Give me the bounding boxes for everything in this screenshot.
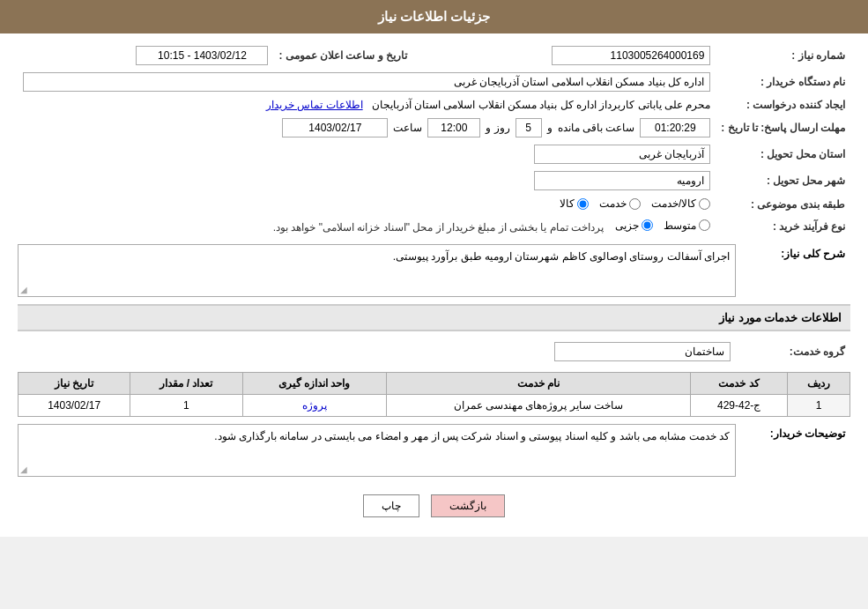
- radio-kala-input[interactable]: [577, 198, 589, 210]
- page-header: جزئیات اطلاعات نیاز: [0, 0, 868, 33]
- row-shahr: شهر محل تحویل : ارومیه: [18, 167, 850, 194]
- col-tedad: تعداد / مقدار: [130, 373, 242, 395]
- shomara-label: شماره نیاز :: [716, 42, 850, 69]
- cell-kod: ج-42-429: [691, 395, 788, 417]
- tosaif-label: توضیحات خریدار:: [736, 424, 850, 443]
- goroh-value: ساختمان: [554, 342, 731, 361]
- sharh-wrapper: اجرای آسفالت روستای اوصالوی کاظم شهرستان…: [18, 244, 736, 297]
- mohlt-mande-label: ساعت باقی مانده: [558, 122, 635, 134]
- services-tbody: 1 ج-42-429 ساخت سایر پروژه‌های مهندسی عم…: [19, 395, 850, 417]
- main-container: جزئیات اطلاعات نیاز شماره نیاز : 1103005…: [0, 0, 868, 537]
- col-vahed: واحد اندازه گیری: [242, 373, 386, 395]
- cell-nam: ساخت سایر پروژه‌های مهندسی عمران: [386, 395, 691, 417]
- main-content: شماره نیاز : 1103005264000169 تاریخ و سا…: [0, 33, 868, 537]
- radio-mottasat-input[interactable]: [699, 219, 710, 231]
- mohlt-row: 01:20:29 ساعت باقی مانده و 5 روز و 12:00…: [23, 118, 710, 137]
- cell-tedad: 1: [130, 395, 242, 417]
- row-ijad: ایجاد کننده درخواست : محرم علی یاباتی کا…: [18, 95, 850, 115]
- ijad-value: محرم علی یاباتی کاربرداز اداره کل بنیاد …: [372, 99, 711, 111]
- mohlt-label: مهلت ارسال پاسخ: تا تاریخ :: [716, 115, 850, 141]
- print-button[interactable]: چاپ: [363, 494, 419, 517]
- radio-kala: کالا: [560, 197, 589, 210]
- mohlt-roz-label: روز و: [486, 122, 509, 134]
- radio-kala-khedmat-label: کالا/خدمت: [651, 197, 696, 210]
- radio-jozee-label: جزیی: [615, 219, 639, 232]
- col-tarikh: تاریخ نیاز: [19, 373, 130, 395]
- resize-icon: ◢: [20, 285, 27, 294]
- info-table: شماره نیاز : 1103005264000169 تاریخ و سا…: [18, 42, 850, 237]
- tarikh-value: 1403/02/12 - 10:15: [136, 46, 268, 65]
- shomara-value: 1103005264000169: [552, 46, 710, 65]
- sharh-label: شرح کلی نیاز:: [736, 244, 850, 264]
- col-kod: کد خدمت: [691, 373, 788, 395]
- radio-mottasat-label: متوسط: [664, 219, 696, 232]
- cell-vahed: پروژه: [242, 395, 386, 417]
- col-radif: ردیف: [787, 373, 849, 395]
- services-table: ردیف کد خدمت نام خدمت واحد اندازه گیری ت…: [18, 372, 850, 417]
- radio-kala-khedmat-input[interactable]: [699, 198, 710, 210]
- tarikh-label: تاریخ و ساعت اعلان عمومی :: [273, 42, 412, 69]
- row-shomara: شماره نیاز : 1103005264000169 تاریخ و سا…: [18, 42, 850, 69]
- row-goroh: گروه خدمت: ساختمان: [18, 338, 850, 365]
- row-ostan: استان محل تحویل : آذربایجان غربی: [18, 141, 850, 167]
- sharh-box: اجرای آسفالت روستای اوصالوی کاظم شهرستان…: [18, 244, 736, 297]
- navoe-radio-group: متوسط جزیی: [615, 219, 710, 232]
- radio-khedmat-input[interactable]: [629, 198, 641, 210]
- btn-row: بازگشت چاپ: [18, 484, 850, 528]
- ijad-label: ایجاد کننده درخواست :: [716, 95, 850, 115]
- services-header-row: ردیف کد خدمت نام خدمت واحد اندازه گیری ت…: [19, 373, 850, 395]
- goroh-label: گروه خدمت:: [736, 338, 850, 365]
- table-row: 1 ج-42-429 ساخت سایر پروژه‌های مهندسی عم…: [19, 395, 850, 417]
- mohlt-saat-label: ساعت: [393, 122, 422, 134]
- back-button[interactable]: بازگشت: [431, 494, 505, 517]
- tosaif-value: کد خدمت مشابه می باشد و کلیه اسناد پیوست…: [214, 430, 730, 442]
- page-title: جزئیات اطلاعات نیاز: [378, 9, 490, 24]
- tabaqe-label: طبقه بندی موضوعی :: [716, 194, 850, 216]
- mohlt-mande-value: 01:20:29: [640, 118, 710, 137]
- khadamat-section-title: اطلاعات خدمات مورد نیاز: [18, 304, 850, 331]
- ostan-value: آذربایجان غربی: [534, 145, 710, 164]
- radio-jozee-input[interactable]: [642, 219, 653, 231]
- goroh-table: گروه خدمت: ساختمان: [18, 338, 850, 365]
- row-mohlt: مهلت ارسال پاسخ: تا تاریخ : 01:20:29 ساع…: [18, 115, 850, 141]
- services-thead: ردیف کد خدمت نام خدمت واحد اندازه گیری ت…: [19, 373, 850, 395]
- navoe-note: پرداخت تمام یا بخشی از مبلغ خریدار از مح…: [273, 221, 604, 234]
- tosaif-section: توضیحات خریدار: کد خدمت مشابه می باشد و …: [18, 424, 850, 477]
- radio-kala-khedmat: کالا/خدمت: [651, 197, 710, 210]
- radio-khedmat-label: خدمت: [599, 197, 627, 210]
- radio-kala-label: کالا: [560, 197, 575, 210]
- tosaif-wrapper: کد خدمت مشابه می باشد و کلیه اسناد پیوست…: [18, 424, 736, 477]
- namdastgah-value: اداره کل بنیاد مسکن انقلاب اسلامی استان …: [23, 72, 710, 92]
- shahr-value: ارومیه: [534, 171, 710, 190]
- sharh-value: اجرای آسفالت روستای اوصالوی کاظم شهرستان…: [393, 250, 730, 263]
- col-nam: نام خدمت: [386, 373, 691, 395]
- tabaqe-radio-group: کالا/خدمت خدمت کالا: [560, 197, 710, 210]
- mohlt-saat-value: 12:00: [427, 118, 480, 137]
- radio-khedmat: خدمت: [599, 197, 641, 210]
- contact-link[interactable]: اطلاعات تماس خریدار: [266, 99, 363, 111]
- radio-mottasat: متوسط: [664, 219, 710, 232]
- tosaif-box: کد خدمت مشابه می باشد و کلیه اسناد پیوست…: [18, 424, 736, 477]
- namdastgah-label: نام دستگاه خریدار :: [716, 69, 850, 95]
- cell-radif: 1: [787, 395, 849, 417]
- mohlt-roz-label-and: و: [547, 122, 553, 134]
- shahr-label: شهر محل تحویل :: [716, 167, 850, 194]
- row-namdastgah: نام دستگاه خریدار : اداره کل بنیاد مسکن …: [18, 69, 850, 95]
- row-tabaqe: طبقه بندی موضوعی : کالا/خدمت خدمت: [18, 194, 850, 216]
- row-navoe: نوع فرآیند خرید : متوسط جزیی پرداخت تمام…: [18, 216, 850, 238]
- navoe-label: نوع فرآیند خرید :: [716, 216, 850, 238]
- mohlt-date: 1403/02/17: [282, 118, 388, 137]
- ostan-label: استان محل تحویل :: [716, 141, 850, 167]
- sharh-section: شرح کلی نیاز: اجرای آسفالت روستای اوصالو…: [18, 244, 850, 297]
- radio-jozee: جزیی: [615, 219, 653, 232]
- mohlt-roz-value: 5: [516, 118, 542, 137]
- cell-tarikh: 1403/02/17: [19, 395, 130, 417]
- tosaif-resize-icon: ◢: [20, 464, 27, 474]
